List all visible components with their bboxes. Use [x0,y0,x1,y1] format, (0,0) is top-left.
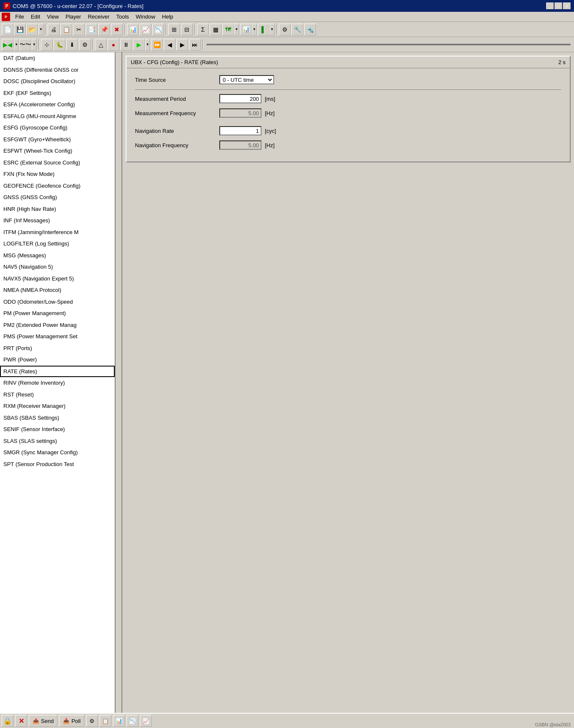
sidebar-item-28[interactable]: RINV (Remote Inventory) [0,377,115,389]
status-icon-4[interactable]: 📉 [127,715,138,727]
sidebar-item-18[interactable]: NAV5 (Navigation 5) [0,261,115,273]
status-icon-2[interactable]: 📋 [100,715,111,727]
cursor-button[interactable]: ⊹ [41,39,53,51]
sidebar-item-6[interactable]: ESFG (Gyroscope Config) [0,122,115,134]
skip-end-button[interactable]: ⏭ [189,39,201,51]
chart-dropdown-arrow[interactable]: ▼ [252,24,257,35]
sidebar-item-26[interactable]: PWR (Power) [0,354,115,366]
record-button[interactable]: ● [108,39,119,51]
status-icon-3[interactable]: 📊 [113,715,125,727]
bar-button[interactable]: ▌ [258,24,269,35]
sidebar-item-34[interactable]: SMGR (Sync Manager Config) [0,447,115,458]
view2-button[interactable]: ⊟ [181,24,193,35]
log3-button[interactable]: 📉 [152,24,164,35]
delete-button[interactable]: ✖ [111,24,123,35]
paste-button[interactable]: 📌 [98,24,110,35]
sidebar-item-1[interactable]: DGNSS (Differential GNSS cor [0,64,115,76]
menu-tools[interactable]: Tools [113,13,132,21]
sidebar-item-16[interactable]: LOGFILTER (Log Settings) [0,238,115,250]
filter-button[interactable]: ⚙ [79,39,91,51]
close-button[interactable]: × [563,3,571,9]
menu-view[interactable]: View [43,13,62,21]
print-button[interactable]: 🖨 [48,24,59,35]
pause-button[interactable]: ⏸ [120,39,132,51]
sidebar-item-20[interactable]: NMEA (NMEA Protocol) [0,284,115,296]
menu-receiver[interactable]: Receiver [84,13,113,21]
maximize-button[interactable]: □ [555,3,562,9]
menu-file[interactable]: File [12,13,27,21]
step-back-button[interactable]: ◀ [164,39,175,51]
bar-dropdown-arrow[interactable]: ▼ [269,24,275,35]
sidebar-item-27[interactable]: RATE (Rates) [0,366,115,377]
download-button[interactable]: ⬇ [66,39,78,51]
sidebar-item-33[interactable]: SLAS (SLAS settings) [0,435,115,447]
menu-edit[interactable]: Edit [27,13,43,21]
print2-button[interactable]: 📋 [60,24,72,35]
status-icon-1[interactable]: ⚙ [86,715,98,727]
sidebar-item-0[interactable]: DAT (Datum) [0,52,115,64]
signal-dropdown-arrow[interactable]: ▼ [14,39,19,51]
sidebar-item-32[interactable]: SENIF (Sensor Interface) [0,423,115,435]
close-icon-box[interactable]: ✕ [15,715,27,727]
view1-button[interactable]: ⊞ [168,24,180,35]
up-button[interactable]: △ [95,39,107,51]
measurement-period-input[interactable] [219,94,261,103]
save-button[interactable]: 💾 [14,24,26,35]
sidebar-item-25[interactable]: PRT (Ports) [0,342,115,354]
menu-window[interactable]: Window [132,13,159,21]
sidebar-item-17[interactable]: MSG (Messages) [0,250,115,262]
measurement-frequency-input[interactable] [219,108,261,118]
map-dropdown-arrow[interactable]: ▼ [234,24,239,35]
menu-player[interactable]: Player [62,13,84,21]
open-dropdown[interactable]: 📂 [26,24,38,35]
grid-button[interactable]: ▦ [210,24,221,35]
navigation-rate-input[interactable] [219,126,261,135]
config1-button[interactable]: ⚙ [279,24,291,35]
config2-button[interactable]: 🔧 [291,24,303,35]
sidebar-item-31[interactable]: SBAS (SBAS Settings) [0,412,115,424]
log-button[interactable]: 📊 [127,24,139,35]
new-button[interactable]: 📄 [2,24,13,35]
sigma-button[interactable]: Σ [197,24,209,35]
sidebar-item-30[interactable]: RXM (Receiver Manager) [0,400,115,412]
chart-button[interactable]: 📊 [240,24,252,35]
bug-button[interactable]: 🐛 [54,39,65,51]
map-button[interactable]: 🗺 [222,24,234,35]
sidebar-item-15[interactable]: ITFM (Jamming/Interference M [0,226,115,238]
open-dropdown-arrow[interactable]: ▼ [38,24,43,35]
menu-help[interactable]: Help [159,13,177,21]
wave-button[interactable]: 〜〜 [19,39,31,51]
step-forward-button[interactable]: ▶ [176,39,188,51]
sidebar-item-3[interactable]: EKF (EKF Settings) [0,87,115,99]
config3-button[interactable]: 🔩 [304,24,316,35]
sidebar-item-5[interactable]: ESFALG (IMU-mount Alignme [0,111,115,122]
sidebar-item-7[interactable]: ESFGWT (Gyro+Wheeltick) [0,134,115,146]
time-source-select[interactable]: 0 - UTC time 1 - GNSS time 2 - Both [219,75,274,84]
progress-bar[interactable] [207,44,571,46]
sidebar-item-11[interactable]: GEOFENCE (Geofence Config) [0,180,115,192]
status-icon-5[interactable]: 📈 [140,715,152,727]
fast-forward-button[interactable]: ⏩ [151,39,163,51]
sidebar-item-4[interactable]: ESFA (Accelerometer Config) [0,99,115,111]
lock-icon-box[interactable]: 🔒 [2,715,13,727]
sidebar-item-22[interactable]: PM (Power Management) [0,307,115,319]
send-button[interactable]: 📤 Send [29,715,57,727]
play-dropdown-arrow[interactable]: ▼ [145,39,150,51]
play-button[interactable]: ▶ [133,39,145,51]
signal-button[interactable]: ▶◀ [2,39,13,51]
sidebar-item-9[interactable]: ESRC (External Source Config) [0,157,115,169]
wave-dropdown-arrow[interactable]: ▼ [32,39,37,51]
sidebar-item-29[interactable]: RST (Reset) [0,389,115,401]
copy-button[interactable]: 📑 [86,24,97,35]
poll-button[interactable]: 📥 Poll [59,715,84,727]
sidebar-item-21[interactable]: ODO (Odometer/Low-Speed [0,296,115,308]
log2-button[interactable]: 📈 [140,24,151,35]
sidebar-item-24[interactable]: PMS (Power Management Set [0,331,115,342]
sidebar-item-8[interactable]: ESFWT (Wheel-Tick Config) [0,145,115,157]
cut-button[interactable]: ✂ [73,24,85,35]
minimize-button[interactable]: _ [546,3,554,9]
sidebar-item-23[interactable]: PM2 (Extended Power Manag [0,319,115,331]
sidebar-item-2[interactable]: DOSC (Disciplined Oscillator) [0,75,115,87]
sidebar-item-13[interactable]: HNR (High Nav Rate) [0,203,115,215]
sidebar-item-35[interactable]: SPT (Sensor Production Test [0,458,115,470]
